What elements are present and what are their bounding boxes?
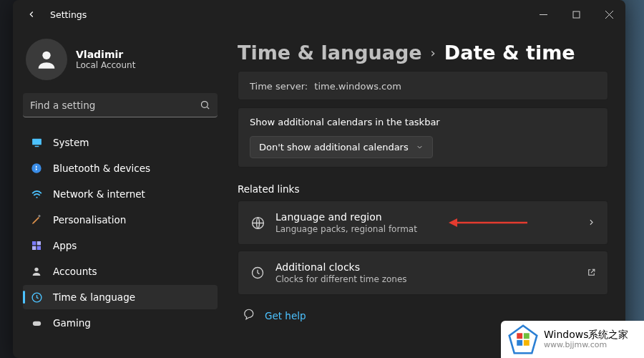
sidebar-item-apps[interactable]: Apps [23, 233, 218, 258]
svg-rect-7 [32, 138, 42, 145]
watermark-line2: www.bjjmw.com [544, 341, 629, 349]
breadcrumb-current: Date & time [444, 42, 575, 64]
sidebar-item-network[interactable]: Network & internet [23, 182, 218, 206]
nav-list: System Bluetooth & devices Network & int… [23, 130, 218, 335]
sidebar-item-bluetooth[interactable]: Bluetooth & devices [23, 156, 218, 180]
window-controls [527, 3, 625, 26]
svg-rect-1 [573, 11, 580, 18]
chevron-down-icon [416, 143, 424, 151]
sidebar-item-time-language[interactable]: Time & language [23, 285, 218, 309]
sidebar-item-accounts[interactable]: Accounts [23, 259, 218, 284]
sidebar-item-gaming[interactable]: Gaming [23, 311, 218, 335]
user-account-type: Local Account [76, 60, 135, 70]
content-pane: Time & language › Date & time Time serve… [228, 29, 625, 358]
watermark-line1: Windows系统之家 [544, 329, 629, 340]
chevron-right-icon [587, 216, 596, 230]
windows-logo-icon [508, 324, 538, 354]
link-text-group: Additional clocks Clocks for different t… [275, 261, 407, 284]
person-icon [30, 265, 43, 278]
app-title: Settings [50, 9, 87, 20]
svg-rect-14 [32, 246, 36, 250]
svg-point-4 [42, 52, 50, 59]
related-links-heading: Related links [238, 183, 608, 195]
sidebar-item-system[interactable]: System [23, 130, 218, 155]
globe-language-icon [250, 216, 265, 231]
user-account-row[interactable]: Vladimir Local Account [23, 34, 218, 90]
svg-rect-27 [524, 340, 530, 346]
clock-icon [250, 266, 265, 280]
paintbrush-icon [30, 213, 43, 226]
get-help-label: Get help [265, 310, 306, 321]
window-body: Vladimir Local Account System Bluetooth … [13, 29, 625, 358]
svg-rect-25 [524, 333, 530, 339]
watermark-text: Windows系统之家 www.bjjmw.com [544, 329, 629, 349]
svg-point-9 [31, 163, 41, 173]
svg-marker-21 [449, 218, 457, 227]
close-button[interactable] [592, 3, 625, 26]
monitor-icon [30, 136, 43, 149]
time-server-card: Time server: time.windows.com [238, 71, 608, 100]
sidebar-item-label: Accounts [53, 266, 97, 277]
user-name: Vladimir [76, 49, 135, 60]
maximize-button[interactable] [560, 3, 592, 26]
sidebar-item-personalisation[interactable]: Personalisation [23, 208, 218, 232]
dropdown-value: Don't show additional calendars [259, 142, 409, 153]
watermark-badge: Windows系统之家 www.bjjmw.com [501, 321, 644, 358]
maximize-icon [572, 11, 580, 19]
search-input[interactable] [30, 100, 200, 111]
link-text-group: Language and region Language packs, regi… [275, 211, 417, 234]
svg-rect-24 [517, 333, 522, 339]
red-annotation-arrow-icon [449, 216, 527, 229]
time-server-value: time.windows.com [314, 81, 401, 92]
svg-marker-23 [509, 326, 537, 354]
titlebar: Settings [13, 0, 625, 29]
svg-rect-11 [38, 215, 41, 218]
svg-rect-12 [32, 241, 36, 245]
clock-globe-icon [30, 291, 43, 304]
svg-rect-18 [32, 321, 40, 325]
sidebar: Vladimir Local Account System Bluetooth … [13, 29, 228, 358]
search-field-wrap[interactable] [23, 93, 218, 117]
open-external-icon [587, 266, 596, 280]
svg-rect-13 [37, 241, 41, 245]
bluetooth-icon [30, 162, 43, 175]
breadcrumb-separator-icon: › [431, 45, 436, 60]
additional-calendars-card: Show additional calendars in the taskbar… [238, 107, 608, 168]
back-arrow-icon [26, 9, 36, 19]
breadcrumb: Time & language › Date & time [238, 42, 608, 64]
minimize-icon [540, 11, 547, 19]
svg-rect-26 [517, 340, 522, 346]
back-button[interactable] [19, 1, 44, 27]
svg-point-16 [34, 268, 38, 271]
settings-window: Settings Vladimir Local Account [13, 0, 625, 358]
avatar [26, 39, 67, 80]
link-title: Language and region [275, 211, 417, 223]
sidebar-item-label: Apps [53, 240, 77, 251]
svg-point-10 [36, 196, 37, 198]
gaming-icon [30, 316, 43, 329]
link-card-language-region[interactable]: Language and region Language packs, regi… [238, 200, 608, 245]
link-card-additional-clocks[interactable]: Additional clocks Clocks for different t… [238, 251, 608, 295]
avatar-icon [34, 47, 59, 72]
user-text: Vladimir Local Account [76, 49, 135, 70]
sidebar-item-label: Personalisation [53, 214, 126, 226]
additional-calendars-heading: Show additional calendars in the taskbar [250, 117, 596, 127]
sidebar-item-label: Network & internet [53, 188, 145, 200]
apps-icon [30, 239, 43, 252]
svg-line-6 [207, 107, 209, 109]
link-subtitle: Clocks for different time zones [275, 274, 407, 284]
link-title: Additional clocks [275, 261, 407, 273]
sidebar-item-label: Time & language [53, 291, 135, 303]
additional-calendars-dropdown[interactable]: Don't show additional calendars [250, 136, 433, 158]
link-subtitle: Language packs, regional format [275, 224, 417, 234]
sidebar-item-label: Bluetooth & devices [53, 163, 150, 174]
wifi-icon [30, 188, 43, 200]
minimize-button[interactable] [527, 3, 560, 26]
time-server-label: Time server: [250, 81, 308, 92]
help-icon [242, 308, 255, 324]
svg-rect-15 [37, 246, 41, 250]
sidebar-item-label: System [53, 137, 89, 148]
close-icon [605, 11, 613, 19]
breadcrumb-parent[interactable]: Time & language [238, 42, 422, 64]
svg-rect-8 [34, 145, 39, 146]
